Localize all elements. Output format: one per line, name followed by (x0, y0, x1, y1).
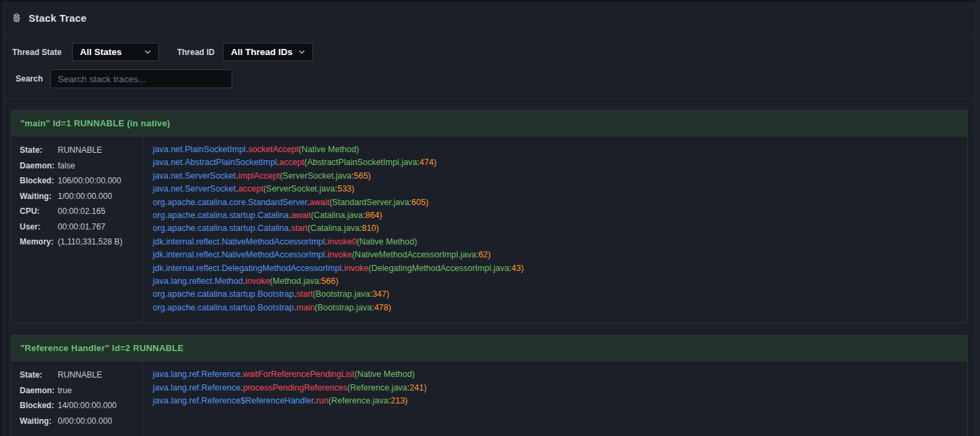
stat-row: Daemon:false (20, 162, 137, 170)
filter-row-search: Search (12, 69, 964, 88)
frame-line-number: 605) (412, 198, 429, 207)
stack-frame: java.net.ServerSocket.accept(ServerSocke… (153, 183, 960, 196)
frame-file: (Reference.java (329, 396, 388, 405)
panel-titlebar: Stack Trace (3, 3, 975, 33)
frame-native-location: (Native Method) (357, 237, 417, 247)
chevron-down-icon (144, 48, 151, 56)
frame-line-number: 347) (372, 289, 389, 299)
stack-frame: jdk.internal.reflect.NativeMethodAccesso… (153, 249, 960, 261)
frame-file: (Method.java (270, 276, 319, 286)
stat-row: CPU:00:00:02.165 (20, 207, 137, 216)
stat-label: State: (20, 371, 58, 380)
thread-stats: State:RUNNABLEDaemon:trueBlocked:14/00:0… (12, 361, 143, 436)
frame-line-number: 213) (391, 396, 407, 405)
stack-frame: java.net.ServerSocket.implAccept(ServerS… (153, 170, 960, 183)
stack-frame: java.lang.ref.Reference.waitForReference… (153, 368, 960, 381)
frame-class: java.net.AbstractPlainSocketImpl (153, 158, 277, 167)
stat-row: Waiting:0/00:00:00.000 (20, 417, 137, 426)
panel-title: Stack Trace (29, 12, 87, 24)
search-input[interactable] (50, 69, 232, 88)
frame-line-number: 43) (511, 264, 524, 273)
thread-stats: State:RUNNABLEDaemon:falseBlocked:106/00… (12, 137, 143, 323)
frame-line-number: 533) (338, 184, 355, 194)
frame-line-number: 864) (365, 211, 382, 220)
frame-line-number: 566) (321, 276, 338, 286)
stack-frame: java.lang.ref.Reference.processPendingRe… (153, 382, 960, 395)
frame-method: invoke (245, 276, 270, 286)
frame-file: (ServerSocket.java (264, 184, 335, 194)
frame-method: accept (238, 184, 264, 194)
frame-method: start (296, 289, 312, 299)
stat-label: Waiting: (20, 417, 58, 426)
thread-body: State:RUNNABLEDaemon:falseBlocked:106/00… (12, 137, 967, 323)
frame-file: (DelegatingMethodAccessorImpl.java (369, 264, 509, 273)
stat-label: Memory: (20, 238, 58, 247)
frame-class: java.lang.ref.Reference$ReferenceHandler (153, 396, 314, 405)
frame-class: org.apache.catalina.startup.Bootstrap (153, 303, 294, 312)
frame-file: (Bootstrap.java (314, 303, 371, 312)
thread-body: State:RUNNABLEDaemon:trueBlocked:14/00:0… (12, 361, 967, 436)
stat-value: RUNNABLE (58, 145, 102, 155)
stack-frame: org.apache.catalina.startup.Catalina.sta… (153, 222, 960, 235)
stat-value: 1/00:00:00.000 (58, 192, 112, 201)
frame-method: invoke0 (327, 237, 357, 247)
stat-row: Memory:(1,110,331,528 B) (20, 238, 137, 247)
thread-id-label: Thread ID (177, 48, 215, 57)
frame-class: org.apache.catalina.startup.Bootstrap (153, 289, 294, 299)
stack-frame: org.apache.catalina.startup.Bootstrap.st… (153, 288, 960, 301)
frame-method: processPendingReferences (243, 383, 348, 393)
thread-id-dropdown[interactable]: All Thread IDs (223, 43, 313, 61)
stat-label: Blocked: (20, 401, 58, 410)
stack-frame: java.net.PlainSocketImpl.socketAccept(Na… (153, 143, 960, 156)
stat-label: Waiting: (20, 192, 58, 201)
frame-method: implAccept (238, 171, 280, 181)
thread-state-dropdown[interactable]: All States (72, 43, 159, 61)
stat-value: (1,110,331,528 B) (58, 237, 122, 247)
frame-file: (Bootstrap.java (313, 289, 370, 299)
frame-method: await (291, 211, 311, 220)
frame-file: (StandardServer.java (329, 198, 409, 207)
filter-bar: Thread State All States Thread ID All Th… (3, 33, 975, 99)
thread-state-value: All States (80, 47, 122, 57)
stat-value: RUNNABLE (58, 370, 102, 380)
frame-class: java.net.ServerSocket (153, 184, 236, 194)
frame-file: (Catalina.java (311, 211, 363, 220)
stat-row: State:RUNNABLE (20, 146, 137, 155)
frame-method: await (310, 198, 329, 207)
stat-value: 00:00:02.165 (58, 206, 105, 216)
frame-method: waitForReferencePendingList (243, 369, 355, 379)
stack-frame: java.net.AbstractPlainSocketImpl.accept(… (153, 156, 960, 169)
frame-native-location: (Native Method) (299, 145, 359, 154)
stack-frame: org.apache.catalina.core.StandardServer.… (153, 196, 960, 209)
thread-header: "main" Id=1 RUNNABLE (in native) (12, 111, 967, 137)
frame-method: accept (279, 158, 304, 167)
stack-trace-panel: Stack Trace Thread State All States Thre… (3, 3, 976, 436)
stack-frame: java.lang.reflect.Method.invoke(Method.j… (153, 275, 960, 288)
frame-class: org.apache.catalina.startup.Catalina (153, 211, 289, 220)
frame-line-number: 478) (374, 303, 391, 312)
thread-header: "Reference Handler" Id=2 RUNNABLE (12, 335, 967, 361)
frame-method: invoke (344, 264, 368, 273)
stat-value: 14/00:00:00.000 (58, 401, 117, 410)
stat-value: 00:00:01.767 (58, 222, 105, 232)
scrollbar-track[interactable] (977, 0, 980, 436)
stack-frame: org.apache.catalina.startup.Bootstrap.ma… (153, 302, 960, 314)
stat-row: Daemon:true (20, 386, 137, 395)
frame-method: socketAccept (248, 145, 298, 154)
frame-file: (NativeMethodAccessorImpl.java (352, 250, 476, 259)
stat-row: Blocked:14/00:00:00.000 (20, 401, 137, 410)
frame-method: invoke (327, 250, 352, 259)
thread-list: "main" Id=1 RUNNABLE (in native)State:RU… (3, 99, 975, 436)
frame-method: start (291, 223, 308, 233)
stat-value: false (58, 161, 75, 170)
frame-line-number: 474) (420, 158, 437, 167)
stat-row: Blocked:106/00:00:00.000 (20, 177, 137, 185)
frame-file: (Catalina.java (308, 223, 359, 233)
bug-icon (11, 12, 22, 24)
stat-row: User:00:00:01.767 (20, 223, 137, 232)
frame-class: java.net.PlainSocketImpl (153, 145, 246, 154)
frame-class: jdk.internal.reflect.NativeMethodAccesso… (153, 250, 325, 259)
frame-class: java.lang.reflect.Method (153, 276, 243, 286)
frame-native-location: (Native Method) (355, 369, 415, 379)
frame-class: java.lang.ref.Reference (153, 369, 240, 379)
